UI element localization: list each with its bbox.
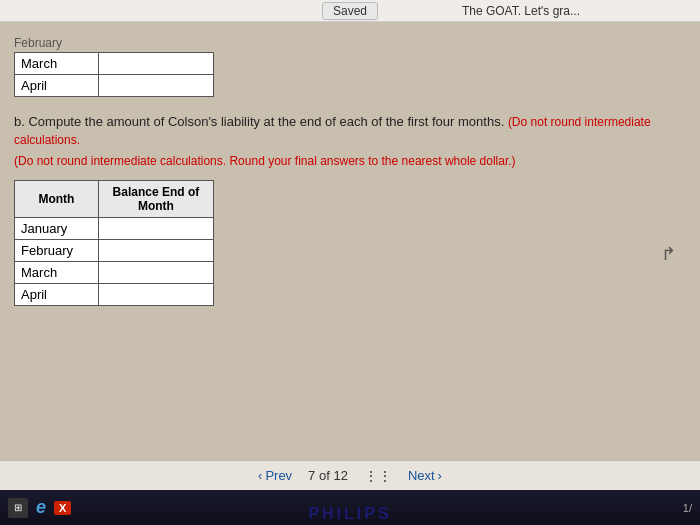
- page-info: 7 of 12: [308, 468, 348, 483]
- table-row: April: [15, 75, 214, 97]
- top-bar: Saved The GOAT. Let's gra...: [0, 0, 700, 22]
- table-row: April: [15, 284, 214, 306]
- next-label: Next: [408, 468, 435, 483]
- month-january: January: [15, 218, 99, 240]
- april-balance-input[interactable]: [105, 287, 207, 302]
- start-icon: ⊞: [14, 502, 22, 513]
- balance-march[interactable]: [98, 262, 213, 284]
- taskbar-time: 1/: [683, 502, 692, 514]
- table-row: February: [15, 240, 214, 262]
- part-a-label: February: [14, 36, 686, 50]
- table-row: January: [15, 218, 214, 240]
- month-march: March: [15, 262, 99, 284]
- march-input[interactable]: [105, 56, 207, 71]
- part-a-table: March April: [14, 52, 214, 97]
- start-button[interactable]: ⊞: [8, 498, 28, 518]
- march-balance-input[interactable]: [105, 265, 207, 280]
- part-a-month-april: April: [15, 75, 99, 97]
- next-chevron-icon: ›: [438, 468, 442, 483]
- table-row: March: [15, 53, 214, 75]
- col-month-header: Month: [15, 181, 99, 218]
- prev-chevron-icon: ‹: [258, 468, 262, 483]
- saved-badge: Saved: [322, 2, 378, 20]
- grid-icon: ⋮⋮: [364, 468, 392, 484]
- next-button[interactable]: Next ›: [408, 468, 442, 483]
- part-b-round: (Do not round intermediate calculations.…: [14, 153, 686, 170]
- table-row: March: [15, 262, 214, 284]
- april-input[interactable]: [105, 78, 207, 93]
- part-b-table-wrapper: Month Balance End of Month January Febru…: [14, 180, 686, 306]
- prev-button[interactable]: ‹ Prev: [258, 468, 292, 483]
- part-b-intro-text: b. Compute the amount of Colson's liabil…: [14, 114, 504, 129]
- balance-january[interactable]: [98, 218, 213, 240]
- month-april: April: [15, 284, 99, 306]
- part-b-intro: b. Compute the amount of Colson's liabil…: [14, 113, 686, 149]
- taskbar-right: 1/: [683, 502, 692, 514]
- part-b-round-text: (Do not round intermediate calculations.…: [14, 154, 516, 168]
- part-a-input-march[interactable]: [98, 53, 213, 75]
- balance-february[interactable]: [98, 240, 213, 262]
- part-b-table: Month Balance End of Month January Febru…: [14, 180, 214, 306]
- col-balance-header: Balance End of Month: [98, 181, 213, 218]
- part-a-input-april[interactable]: [98, 75, 213, 97]
- part-a-month-march: March: [15, 53, 99, 75]
- balance-april[interactable]: [98, 284, 213, 306]
- part-a-section: February March April: [14, 36, 686, 97]
- cursor-icon: ↱: [661, 243, 676, 265]
- february-balance-input[interactable]: [105, 243, 207, 258]
- main-content: February March April b. Compute the amou…: [0, 22, 700, 470]
- goat-text: The GOAT. Let's gra...: [462, 4, 580, 18]
- philips-bar: PHILIPS: [308, 505, 391, 523]
- x-button[interactable]: X: [54, 501, 71, 515]
- nav-bar: ‹ Prev 7 of 12 ⋮⋮ Next ›: [0, 460, 700, 490]
- table-header-row: Month Balance End of Month: [15, 181, 214, 218]
- prev-label: Prev: [265, 468, 292, 483]
- january-balance-input[interactable]: [105, 221, 207, 236]
- part-b-section: b. Compute the amount of Colson's liabil…: [14, 113, 686, 306]
- philips-label: PHILIPS: [308, 505, 391, 522]
- month-february: February: [15, 240, 99, 262]
- ie-icon[interactable]: e: [36, 497, 46, 518]
